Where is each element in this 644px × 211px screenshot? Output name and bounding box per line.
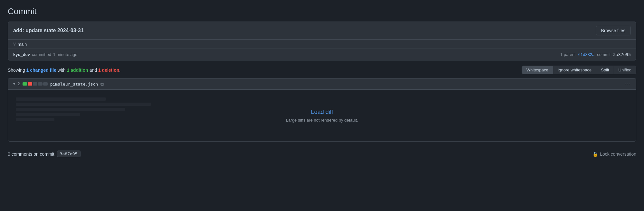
diff-summary: Showing 1 changed file with 1 addition a… xyxy=(8,68,120,73)
with-label: with xyxy=(58,68,66,73)
lock-icon: 🔒 xyxy=(592,151,598,157)
neutral-pill-2 xyxy=(38,82,43,86)
and-label: and xyxy=(90,68,97,73)
unified-button[interactable]: Unified xyxy=(614,66,636,74)
diff-pills xyxy=(23,82,48,86)
commit-message: add: update state 2024-03-31 xyxy=(13,28,84,33)
blur-line xyxy=(16,108,125,111)
addition-pill xyxy=(23,82,27,86)
file-name: pimsleur_state.json xyxy=(50,82,98,87)
whitespace-button[interactable]: Whitespace xyxy=(522,66,553,74)
chevron-down-icon: ▾ xyxy=(13,82,15,86)
changed-files-count: 1 changed file xyxy=(26,68,56,73)
blur-line xyxy=(16,103,151,106)
branch-name: main xyxy=(18,42,27,47)
author-name: kyo_dev xyxy=(13,52,30,57)
commit-badge: 3a87e95 xyxy=(57,151,80,157)
commit-action: committed xyxy=(32,52,51,57)
diff-count-badge: 2 xyxy=(18,82,20,86)
lock-conversation-label: Lock conversation xyxy=(600,151,636,157)
load-diff-subtext: Large diffs are not rendered by default. xyxy=(286,118,358,123)
parent-label: 1 parent xyxy=(560,52,576,57)
blur-line xyxy=(16,97,106,101)
neutral-pill-1 xyxy=(33,82,37,86)
page-title: Commit xyxy=(8,6,636,16)
commit-header-box: add: update state 2024-03-31 Browse file… xyxy=(8,22,636,60)
blur-line xyxy=(16,118,54,121)
file-diff-header: ▾ 2 pimsleur_state.json ⧉ ··· xyxy=(8,78,636,90)
showing-prefix: Showing xyxy=(8,68,25,73)
comments-prefix: 0 comments on commit xyxy=(8,151,54,157)
commit-header-top: add: update state 2024-03-31 Browse file… xyxy=(8,22,636,40)
file-diff-box: ▾ 2 pimsleur_state.json ⧉ ··· xyxy=(8,78,636,142)
commit-time: 1 minute ago xyxy=(53,52,77,57)
period: . xyxy=(119,68,120,73)
commit-hash-info: 1 parent 61d832a commit 3a87e95 xyxy=(560,52,631,57)
load-diff-center: Load diff Large diffs are not rendered b… xyxy=(286,109,358,123)
commit-meta-row: kyo_dev committed 1 minute ago 1 parent … xyxy=(8,49,636,60)
collapse-button[interactable]: ▾ xyxy=(13,82,15,86)
addition-count-val: 1 addition xyxy=(67,68,88,73)
load-diff-link[interactable]: Load diff xyxy=(286,109,358,115)
lock-conversation-button[interactable]: 🔒 Lock conversation xyxy=(592,151,636,157)
commit-hash: 3a87e95 xyxy=(613,52,631,57)
blur-line xyxy=(16,113,80,116)
diff-content-area: Load diff Large diffs are not rendered b… xyxy=(8,90,636,141)
neutral-pill-3 xyxy=(43,82,48,86)
deletion-count-val: 1 deletion xyxy=(98,68,119,73)
commit-label-text: commit xyxy=(597,52,611,57)
footer-row: 0 comments on commit 3a87e95 🔒 Lock conv… xyxy=(8,147,636,159)
commit-author-info: kyo_dev committed 1 minute ago xyxy=(13,52,77,57)
ignore-whitespace-button[interactable]: Ignore whitespace xyxy=(553,66,597,74)
copy-icon[interactable]: ⧉ xyxy=(100,81,104,87)
diff-controls-row: Showing 1 changed file with 1 addition a… xyxy=(8,66,636,74)
commit-branch-row: ⑂ main xyxy=(8,40,636,49)
deletion-pill xyxy=(28,82,32,86)
git-branch-icon: ⑂ xyxy=(13,41,16,47)
view-controls: Whitespace Ignore whitespace Split Unifi… xyxy=(522,66,636,74)
split-button[interactable]: Split xyxy=(596,66,614,74)
file-diff-header-left: ▾ 2 pimsleur_state.json ⧉ xyxy=(13,81,104,87)
browse-files-button[interactable]: Browse files xyxy=(596,26,631,35)
parent-hash[interactable]: 61d832a xyxy=(578,52,595,57)
more-options-button[interactable]: ··· xyxy=(625,81,631,87)
comments-info: 0 comments on commit 3a87e95 xyxy=(8,151,80,157)
